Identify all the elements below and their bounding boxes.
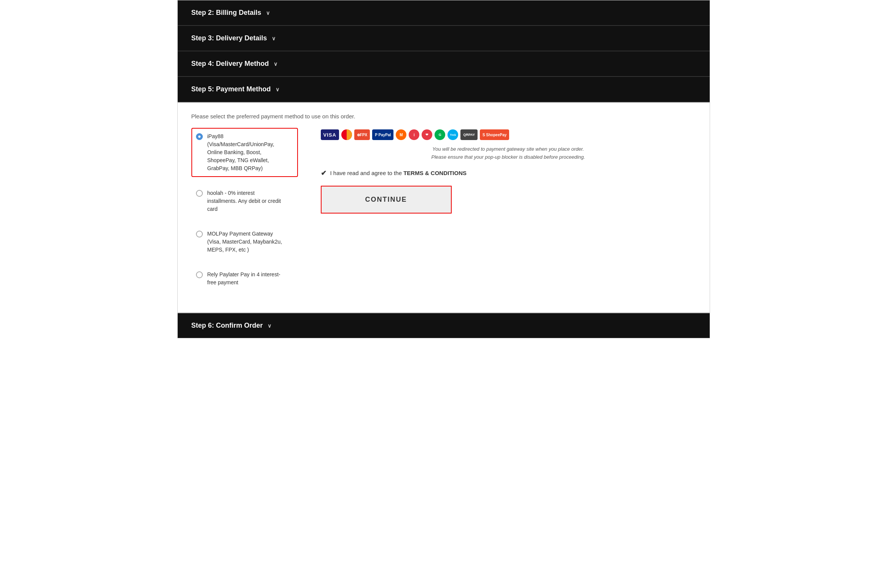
hoolah-label: hoolah - 0% interest installments. Any d…: [207, 189, 281, 213]
mastercard-logo: [341, 129, 352, 140]
molpay-label: MOLPay Payment Gateway (Visa, MasterCard…: [207, 230, 282, 254]
checkmark-icon: ✔: [321, 169, 326, 177]
paypal-logo: P PayPal: [372, 129, 393, 140]
step6-label: Step 6: Confirm Order: [191, 322, 263, 330]
ipay88-logo: i: [409, 129, 419, 140]
radio-molpay[interactable]: [196, 231, 203, 237]
step2-label: Step 2: Billing Details: [191, 9, 261, 17]
payment-section: Please select the preferred payment meth…: [178, 102, 710, 313]
shopeepay-logo: S ShopeePay: [480, 129, 509, 140]
tng-logo: TnG: [447, 129, 458, 140]
ipay88-label: iPay88 (Visa/MasterCard/UnionPay, Online…: [207, 132, 274, 172]
molpay-logo: M: [396, 129, 406, 140]
payment-options: iPay88 (Visa/MasterCard/UnionPay, Online…: [191, 128, 298, 299]
payment-instruction: Please select the preferred payment meth…: [191, 113, 696, 120]
step5-label: Step 5: Payment Method: [191, 85, 271, 93]
step2-header[interactable]: Step 2: Billing Details ∨: [178, 0, 710, 26]
step3-label: Step 3: Delivery Details: [191, 34, 267, 42]
payment-logos: VISA ⊕FPX P PayPal M i ❤ G TnG QRPAY S S…: [321, 129, 696, 140]
step5-chevron: ∨: [275, 86, 279, 92]
continue-button[interactable]: CONTINUE: [322, 186, 451, 213]
boost-logo: ❤: [422, 129, 432, 140]
radio-ipay88[interactable]: [196, 133, 203, 140]
payment-note: You will be redirected to payment gatewa…: [321, 145, 696, 161]
payment-option-hoolah[interactable]: hoolah - 0% interest installments. Any d…: [191, 185, 298, 218]
step6-header[interactable]: Step 6: Confirm Order ∨: [178, 313, 710, 338]
relypaylater-label: Rely Paylater Pay in 4 interest- free pa…: [207, 271, 280, 287]
fpx-logo: ⊕FPX: [354, 129, 370, 140]
payment-note-line1: You will be redirected to payment gatewa…: [432, 146, 584, 152]
radio-relypaylater[interactable]: [196, 271, 203, 278]
payment-note-line2: Please ensure that your pop-up blocker i…: [432, 154, 585, 160]
step4-header[interactable]: Step 4: Delivery Method ∨: [178, 51, 710, 77]
payment-option-relypaylater[interactable]: Rely Paylater Pay in 4 interest- free pa…: [191, 266, 298, 291]
payment-option-molpay[interactable]: MOLPay Payment Gateway (Visa, MasterCard…: [191, 225, 298, 258]
step5-header[interactable]: Step 5: Payment Method ∨: [178, 77, 710, 102]
qrpay-logo: QRPAY: [460, 129, 478, 140]
visa-logo: VISA: [321, 129, 339, 140]
continue-button-wrapper: CONTINUE: [321, 186, 452, 214]
step3-chevron: ∨: [272, 35, 275, 41]
terms-text: I have read and agree to the: [330, 170, 402, 176]
step6-chevron: ∨: [268, 323, 271, 329]
payment-details: VISA ⊕FPX P PayPal M i ❤ G TnG QRPAY S S…: [321, 128, 696, 214]
terms-label: I have read and agree to the TERMS & CON…: [330, 170, 467, 176]
checkout-page: Step 2: Billing Details ∨ Step 3: Delive…: [177, 0, 710, 338]
terms-bold: TERMS & CONDITIONS: [403, 170, 467, 176]
terms-row: ✔ I have read and agree to the TERMS & C…: [321, 169, 696, 177]
payment-option-ipay88[interactable]: iPay88 (Visa/MasterCard/UnionPay, Online…: [191, 128, 298, 177]
step4-label: Step 4: Delivery Method: [191, 60, 269, 68]
step2-chevron: ∨: [266, 10, 270, 16]
grab-logo: G: [435, 129, 445, 140]
radio-hoolah[interactable]: [196, 190, 203, 197]
payment-content: iPay88 (Visa/MasterCard/UnionPay, Online…: [191, 128, 696, 299]
step3-header[interactable]: Step 3: Delivery Details ∨: [178, 26, 710, 51]
step4-chevron: ∨: [274, 61, 277, 67]
